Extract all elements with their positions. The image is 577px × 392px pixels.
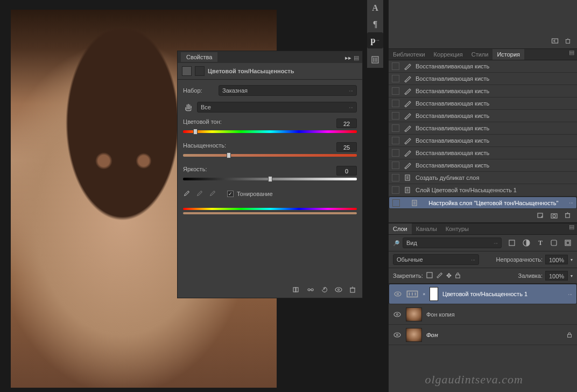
history-checkbox[interactable] [392, 137, 399, 144]
tab-channels[interactable]: Каналы [412, 223, 441, 234]
lightness-value[interactable]: 0 [336, 166, 357, 176]
hue-value[interactable]: 22 [336, 118, 357, 128]
dock-trash-icon[interactable] [564, 38, 572, 45]
clip-to-layer-icon[interactable] [292, 286, 301, 295]
eyedropper-icon[interactable] [183, 190, 191, 198]
history-checkbox[interactable] [392, 62, 399, 70]
layer-mask-thumb[interactable] [430, 287, 438, 301]
tab-layers[interactable]: Слои [389, 223, 412, 234]
saturation-slider[interactable] [183, 154, 357, 159]
history-snapshot-icon[interactable] [550, 212, 558, 220]
tab-adjustments[interactable]: Коррекция [430, 49, 467, 60]
history-item[interactable]: Восстанавливающая кисть [389, 60, 577, 73]
history-item[interactable]: Слой Цветовой тон/Насыщенность 1 [389, 184, 577, 197]
panel-menu-icon[interactable]: ▤ [566, 49, 577, 60]
saturation-value[interactable]: 25 [336, 142, 357, 152]
lock-transparent-icon[interactable] [426, 271, 433, 280]
layers-menu-icon[interactable]: ▤ [566, 223, 577, 234]
svg-rect-15 [509, 240, 515, 246]
filter-adjust-icon[interactable] [522, 239, 531, 247]
lock-position-icon[interactable]: ✥ [446, 272, 452, 279]
history-new-doc-icon[interactable] [537, 212, 545, 220]
delete-adjustment-icon[interactable] [348, 286, 357, 295]
reset-icon[interactable] [320, 286, 329, 295]
eyedropper-sub-icon[interactable] [209, 190, 216, 198]
history-delete-icon[interactable] [564, 212, 572, 220]
preview-eye-icon[interactable] [334, 286, 343, 295]
preset-label: Набор: [183, 87, 215, 94]
history-list[interactable]: Восстанавливающая кисть Восстанавливающа… [389, 60, 577, 209]
layer-row[interactable]: Фон копия [389, 304, 577, 325]
eyedropper-add-icon[interactable] [196, 190, 203, 198]
mask-type-icon[interactable] [195, 66, 205, 76]
visibility-eye-icon[interactable] [393, 291, 402, 297]
visibility-eye-icon[interactable] [393, 332, 402, 338]
lock-all-icon[interactable] [454, 272, 461, 280]
history-checkbox[interactable] [392, 174, 399, 181]
adjustments-icon[interactable] [367, 52, 383, 68]
history-checkbox[interactable] [392, 87, 399, 95]
properties-tab[interactable]: Свойства [181, 52, 217, 62]
history-checkbox[interactable] [392, 149, 399, 157]
toggle-visibility-icon[interactable] [306, 286, 315, 295]
link-icon[interactable]: 𐄂 [423, 291, 425, 297]
history-checkbox[interactable] [392, 112, 399, 120]
lock-label: Закрепить: [393, 272, 423, 279]
layer-filter-select[interactable]: Вид [403, 237, 502, 248]
scrubby-hand-icon[interactable] [183, 101, 194, 113]
tab-history[interactable]: История [492, 49, 524, 60]
visibility-eye-icon[interactable] [393, 311, 402, 318]
layer-name[interactable]: Фон [426, 332, 562, 338]
history-item[interactable]: Создать дубликат слоя [389, 172, 577, 184]
layers-list[interactable]: 𐄂 Цветовой тон/Насыщенность 1 Фон копия … [389, 284, 577, 345]
filter-smart-icon[interactable] [564, 239, 573, 247]
history-item[interactable]: Восстанавливающая кисть [389, 122, 577, 135]
history-item[interactable]: Восстанавливающая кисть [389, 97, 577, 110]
preset-select[interactable]: Заказная [219, 85, 357, 96]
opacity-value[interactable]: 100% [545, 255, 568, 264]
colorize-checkbox[interactable]: ✓ Тонирование [227, 191, 273, 197]
layer-thumb[interactable] [406, 328, 422, 342]
history-item[interactable]: Восстанавливающая кисть [389, 147, 577, 159]
history-checkbox[interactable] [392, 75, 399, 82]
history-item[interactable]: Восстанавливающая кисть [389, 85, 577, 97]
history-checkbox[interactable] [392, 186, 399, 194]
history-checkbox[interactable] [392, 199, 400, 207]
blend-mode-select[interactable]: Обычные [393, 254, 479, 265]
layer-row[interactable]: 𐄂 Цветовой тон/Насыщенность 1 [389, 284, 577, 304]
panel-menu-icon[interactable]: ▤ [354, 54, 359, 60]
layer-name[interactable]: Цветовой тон/Насыщенность 1 [442, 291, 564, 297]
history-checkbox[interactable] [392, 162, 399, 169]
history-item[interactable]: Восстанавливающая кисть [389, 110, 577, 122]
history-item[interactable]: Восстанавливающая кисть [389, 135, 577, 147]
panel-collapse-icon[interactable]: ▸▸ [345, 54, 350, 60]
lock-pixels-icon[interactable] [436, 271, 444, 280]
history-item[interactable]: Восстанавливающая кисть [389, 73, 577, 85]
history-checkbox[interactable] [392, 100, 399, 107]
tab-paths[interactable]: Контуры [441, 223, 473, 234]
channel-select[interactable]: Все [197, 102, 357, 113]
history-item[interactable]: Настройка слоя "Цветовой тон/Насыщенност… [389, 197, 577, 209]
layer-name[interactable]: Фон копия [426, 311, 573, 318]
tool-a-icon[interactable]: A [367, 0, 383, 16]
layer-thumb[interactable] [406, 307, 422, 321]
tab-styles[interactable]: Стили [467, 49, 493, 60]
fill-value[interactable]: 100% [545, 271, 568, 281]
lock-icon [566, 332, 573, 338]
history-checkbox[interactable] [392, 124, 399, 132]
tool-paragraph-icon[interactable]: ¶ [367, 16, 383, 32]
history-item[interactable]: Восстанавливающая кисть [389, 159, 577, 172]
color-ramp-top [183, 208, 357, 210]
properties-header[interactable]: Свойства ▸▸ ▤ [178, 51, 362, 63]
filter-text-icon[interactable]: T [536, 239, 545, 247]
dock-collapse-icon[interactable] [551, 38, 559, 45]
filter-shape-icon[interactable] [550, 239, 559, 247]
tool-glyph-icon[interactable]: p [367, 32, 383, 48]
hue-slider[interactable] [183, 130, 357, 136]
filter-pixel-icon[interactable] [508, 239, 517, 247]
tab-libraries[interactable]: Библиотеки [389, 49, 430, 60]
svg-rect-18 [566, 241, 569, 244]
layer-row[interactable]: Фон [389, 325, 577, 345]
lightness-slider[interactable] [183, 178, 357, 183]
lightness-slider-group: Яркость: 0 [183, 166, 357, 183]
